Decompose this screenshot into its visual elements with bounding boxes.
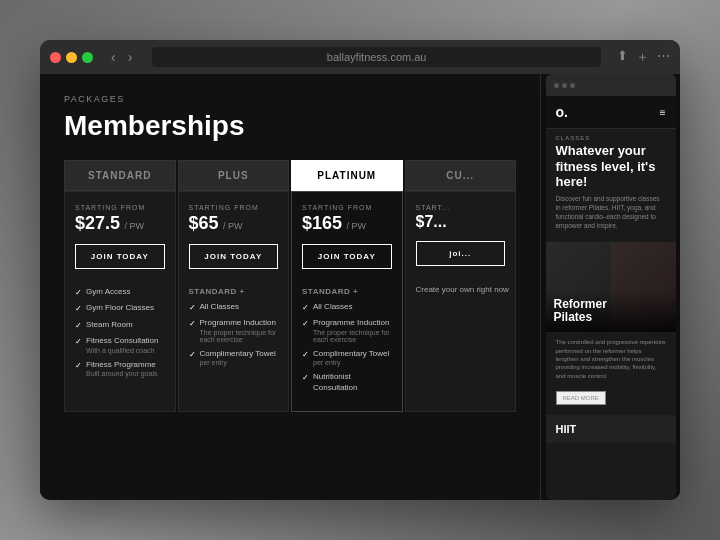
list-item: ✓ Gym Access [75, 287, 165, 297]
check-icon: ✓ [302, 373, 309, 382]
standard-column: STARTING FROM $27.5 / PW JOIN TODAY ✓ Gy… [64, 191, 176, 412]
share-icon[interactable]: ⬆ [617, 48, 628, 66]
mobile-classes-label: CLASSES [546, 129, 676, 143]
nav-buttons: ‹ › [107, 47, 136, 67]
mobile-hero-description: Discover fun and supportive classes in r… [556, 194, 666, 230]
mobile-panel: o. ≡ CLASSES Whatever your fitness level… [540, 74, 680, 500]
mobile-hero-title: Whatever your fitness level, it's here! [556, 143, 666, 190]
feature-label: Gym Access [86, 287, 130, 297]
forward-button[interactable]: › [124, 47, 137, 67]
feature-label: Complimentary Towel [200, 349, 276, 359]
feature-sub: With a qualified coach [86, 347, 158, 354]
list-item: ✓ Fitness Consultation With a qualified … [75, 336, 165, 353]
standard-features: ✓ Gym Access ✓ Gym Floor Classes ✓ Steam… [75, 287, 165, 377]
reformer-card-image: ReformerPilates [546, 242, 676, 332]
standard-price: $27.5 / PW [75, 213, 165, 234]
feature-label: All Classes [200, 302, 240, 312]
feature-sub: per entry [313, 359, 389, 366]
add-tab-icon[interactable]: ＋ [636, 48, 649, 66]
plus-features: STANDARD + ✓ All Classes ✓ Programme Ind… [189, 287, 279, 366]
feature-label: Programme Induction [313, 318, 392, 328]
feature-sub: Built around your goals [86, 370, 158, 377]
plus-price: $65 / PW [189, 213, 279, 234]
reformer-card-content: The controlled and progressive repertoir… [546, 332, 676, 411]
mobile-dot-3 [570, 83, 575, 88]
back-button[interactable]: ‹ [107, 47, 120, 67]
tab-plus[interactable]: PLUS [178, 160, 290, 191]
list-item: ✓ All Classes [189, 302, 279, 312]
check-icon: ✓ [302, 303, 309, 312]
check-icon: ✓ [189, 303, 196, 312]
check-icon: ✓ [75, 321, 82, 330]
plus-column: STARTING FROM $65 / PW JOIN TODAY STANDA… [178, 191, 290, 412]
platinum-features-header: STANDARD + [302, 287, 392, 296]
custom-column: START... $7... joi... Create your own ri… [405, 191, 517, 412]
create-own-text: Create your own right now [416, 284, 506, 295]
mobile-dot-2 [562, 83, 567, 88]
mobile-content: o. ≡ CLASSES Whatever your fitness level… [546, 96, 676, 500]
custom-price: $7... [416, 213, 506, 231]
list-item: ✓ Fitness Programme Built around your go… [75, 360, 165, 377]
custom-join-button[interactable]: joi... [416, 241, 506, 266]
platinum-from-label: STARTING FROM [302, 204, 392, 211]
reformer-card-title: ReformerPilates [554, 298, 668, 324]
platinum-price: $165 / PW [302, 213, 392, 234]
check-icon: ✓ [189, 350, 196, 359]
address-bar[interactable]: ballayfitness.com.au [152, 47, 601, 67]
feature-label: Nutritionist Consultation [313, 372, 392, 393]
check-icon: ✓ [302, 350, 309, 359]
reformer-card-desc: The controlled and progressive repertoir… [556, 338, 666, 380]
mobile-header: o. ≡ [546, 96, 676, 129]
check-icon: ✓ [75, 304, 82, 313]
pricing-grid: STARTING FROM $27.5 / PW JOIN TODAY ✓ Gy… [64, 191, 516, 412]
platinum-column: STARTING FROM $165 / PW JOIN TODAY STAND… [291, 191, 403, 412]
url-text: ballayfitness.com.au [327, 51, 427, 63]
plus-join-button[interactable]: JOIN TODAY [189, 244, 279, 269]
feature-label: Steam Room [86, 320, 133, 330]
extensions-icon[interactable]: ⋯ [657, 48, 670, 66]
feature-label: Programme Induction [200, 318, 279, 328]
browser-toolbar: ‹ › ballayfitness.com.au ⬆ ＋ ⋯ [40, 40, 680, 74]
platinum-features: STANDARD + ✓ All Classes ✓ Programme Ind… [302, 287, 392, 393]
check-icon: ✓ [302, 319, 309, 328]
custom-from-label: START... [416, 204, 506, 211]
list-item: ✓ Nutritionist Consultation [302, 372, 392, 393]
minimize-button[interactable] [66, 52, 77, 63]
feature-sub: The proper technique for each exercise [200, 329, 279, 343]
feature-label: All Classes [313, 302, 353, 312]
check-icon: ✓ [75, 337, 82, 346]
check-icon: ✓ [189, 319, 196, 328]
hiit-section: HIIT [546, 415, 676, 443]
standard-from-label: STARTING FROM [75, 204, 165, 211]
tab-custom[interactable]: CU... [405, 160, 517, 191]
list-item: ✓ Programme Induction The proper techniq… [302, 318, 392, 342]
mobile-hero-section: Whatever your fitness level, it's here! … [546, 143, 676, 238]
feature-sub: per entry [200, 359, 276, 366]
feature-sub: The proper technique for each exercise [313, 329, 392, 343]
maximize-button[interactable] [82, 52, 93, 63]
check-icon: ✓ [75, 361, 82, 370]
tab-platinum[interactable]: PLATINUM [291, 160, 403, 191]
read-more-button[interactable]: READ MORE [556, 391, 606, 405]
page-title: Memberships [64, 110, 516, 142]
browser-content: PACKAGES Memberships STANDARD PLUS PLATI… [40, 74, 680, 500]
traffic-lights [50, 52, 93, 63]
close-button[interactable] [50, 52, 61, 63]
check-icon: ✓ [75, 288, 82, 297]
membership-tabs: STANDARD PLUS PLATINUM CU... [64, 160, 516, 191]
hiit-title: HIIT [556, 423, 666, 435]
hamburger-icon[interactable]: ≡ [660, 107, 666, 118]
mobile-toolbar [546, 74, 676, 96]
reformer-card-overlay: ReformerPilates [546, 290, 676, 332]
feature-label: Fitness Consultation [86, 336, 158, 346]
tab-standard[interactable]: STANDARD [64, 160, 176, 191]
platinum-join-button[interactable]: JOIN TODAY [302, 244, 392, 269]
standard-join-button[interactable]: JOIN TODAY [75, 244, 165, 269]
list-item: ✓ Complimentary Towel per entry [189, 349, 279, 366]
feature-label: Complimentary Towel [313, 349, 389, 359]
mobile-dot-1 [554, 83, 559, 88]
main-panel: PACKAGES Memberships STANDARD PLUS PLATI… [40, 74, 540, 500]
plus-features-header: STANDARD + [189, 287, 279, 296]
list-item: ✓ Complimentary Towel per entry [302, 349, 392, 366]
plus-from-label: STARTING FROM [189, 204, 279, 211]
